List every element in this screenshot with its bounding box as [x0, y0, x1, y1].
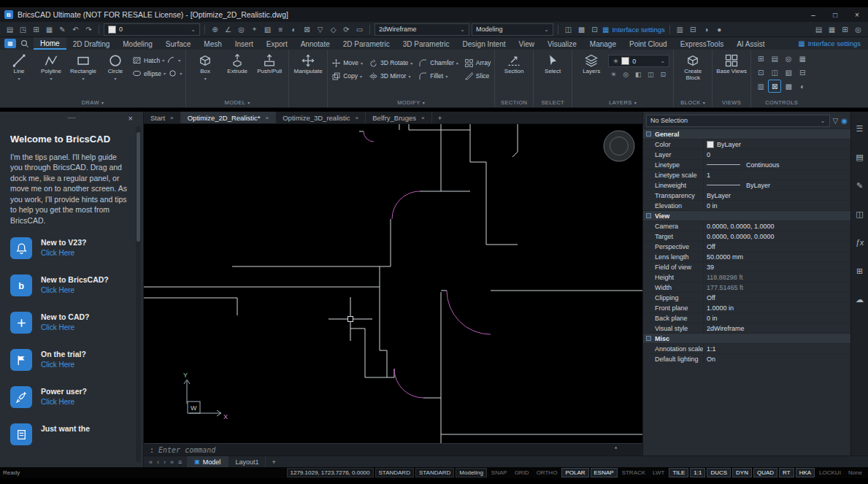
- tips-item-link[interactable]: Click Here: [41, 323, 90, 331]
- toolbar-icon[interactable]: ≡: [275, 24, 286, 35]
- properties-section-header[interactable]: View: [643, 210, 850, 220]
- toolbar-icon[interactable]: ▤: [4, 24, 15, 35]
- ribbon-tab-mesh[interactable]: Mesh: [197, 37, 228, 50]
- status-toggle-lockui[interactable]: LOCKUI: [816, 469, 844, 477]
- manipulate-button[interactable]: Manipulate: [293, 52, 323, 75]
- slice-button[interactable]: Slice: [464, 71, 491, 82]
- command-input[interactable]: Enter command: [158, 446, 215, 454]
- control-icon[interactable]: ◐: [796, 80, 809, 93]
- layer-select[interactable]: ☀ 0 ⌄: [608, 55, 669, 67]
- last-layout-button[interactable]: »: [169, 458, 175, 466]
- status-toggle-tile[interactable]: TILE: [669, 468, 688, 477]
- status-toggle-rt[interactable]: RT: [779, 468, 794, 477]
- text-style-field[interactable]: STANDARD: [375, 468, 414, 477]
- property-value[interactable]: ByLayer: [703, 180, 850, 190]
- control-icon[interactable]: ◎: [782, 52, 795, 65]
- panel-grip[interactable]: ┄┄: [68, 115, 76, 122]
- layer-on-icon[interactable]: ☀: [608, 69, 618, 80]
- visual-style-select[interactable]: 2dWireframe⌄: [375, 23, 469, 36]
- property-value[interactable]: Off: [703, 242, 850, 251]
- wall-segment[interactable]: [512, 152, 518, 157]
- copy-button[interactable]: Copy▾: [331, 71, 363, 82]
- layout1-tab[interactable]: Layout1: [228, 456, 266, 467]
- document-tab[interactable]: Optimize_3D_realistic×: [276, 112, 366, 123]
- control-icon[interactable]: ⊠: [768, 80, 781, 93]
- property-value[interactable]: 50.0000 mm: [703, 252, 850, 261]
- document-tab[interactable]: Start×: [144, 112, 181, 123]
- document-tab[interactable]: Belfry_Bruges×: [366, 112, 431, 123]
- interface-settings-link[interactable]: ▦ Interface settings: [798, 39, 861, 47]
- ribbon-tab-manage[interactable]: Manage: [583, 37, 623, 50]
- control-icon[interactable]: ⊡: [754, 66, 767, 79]
- toolbar-icon[interactable]: ⊠: [302, 24, 312, 35]
- panel-label-section[interactable]: SECTION: [495, 98, 533, 107]
- layers-button[interactable]: Layers: [576, 52, 607, 75]
- ribbon-tab-modeling[interactable]: Modeling: [116, 37, 159, 50]
- tips-item[interactable]: bNew to BricsCAD?Click Here: [10, 274, 127, 296]
- model-tab[interactable]: ▣ Model: [187, 456, 228, 467]
- maximize-button[interactable]: □: [824, 7, 846, 22]
- box-button[interactable]: Box▾: [190, 52, 220, 81]
- property-value[interactable]: 0.0000, 0.0000, 0.0000: [703, 231, 850, 241]
- rectangle-button[interactable]: Rectangle▾: [68, 52, 99, 81]
- section-collapse-icon[interactable]: [646, 336, 651, 341]
- layer-combo[interactable]: 0⌄: [104, 23, 200, 36]
- control-icon[interactable]: ▥: [754, 80, 767, 93]
- panel-label-draw[interactable]: DRAW▾: [0, 98, 185, 107]
- mirror-3d-button[interactable]: 3D Mirror▾: [369, 71, 412, 82]
- toolbar-icon[interactable]: ▧: [262, 24, 273, 35]
- ribbon-tab-view[interactable]: View: [512, 37, 542, 50]
- control-icon[interactable]: ▦: [796, 52, 809, 65]
- toolbar-icon[interactable]: ⊞: [840, 24, 850, 35]
- layout-list-icon[interactable]: ≡: [177, 458, 183, 466]
- rotate-3d-button[interactable]: 3D Rotate▾: [369, 58, 412, 69]
- tips-panel-header[interactable]: ┄┄ ×: [0, 112, 143, 125]
- panel-label-views[interactable]: VIEWS: [713, 98, 750, 107]
- property-value[interactable]: Continuous: [703, 160, 850, 169]
- status-toggle-grid[interactable]: GRID: [512, 469, 532, 477]
- control-icon[interactable]: ⊞: [754, 52, 767, 65]
- property-value[interactable]: 1: [703, 170, 850, 180]
- toolbar-icon[interactable]: ▽: [315, 24, 326, 35]
- properties-panel-icon[interactable]: ▤: [853, 150, 867, 164]
- property-value[interactable]: Off: [703, 293, 850, 302]
- layer-freeze-icon[interactable]: ◎: [621, 69, 631, 80]
- interface-settings-link[interactable]: ▦Interface settings: [602, 26, 665, 34]
- create-block-button[interactable]: Create Block: [677, 52, 708, 82]
- panel-label-layers[interactable]: LAYERS▾: [572, 98, 673, 107]
- tab-close-icon[interactable]: ×: [356, 115, 359, 121]
- status-toggle-lwt[interactable]: LWT: [650, 469, 667, 477]
- property-value[interactable]: 118.88298 ft: [703, 272, 850, 282]
- status-toggle-snap[interactable]: SNAP: [488, 469, 510, 477]
- status-toggle-1-1[interactable]: 1:1: [690, 468, 705, 477]
- command-history-toggle-icon[interactable]: ▴: [614, 444, 618, 450]
- tab-close-icon[interactable]: ×: [266, 115, 269, 121]
- document-tab[interactable]: Optimize_2D_Realistic*×: [181, 112, 276, 123]
- panel-label-model[interactable]: MODEL▾: [186, 98, 288, 107]
- status-toggle-ortho[interactable]: ORTHO: [534, 469, 561, 477]
- first-layout-button[interactable]: «: [147, 458, 154, 466]
- toolbar-icon[interactable]: ▦: [826, 24, 837, 35]
- tips-item-link[interactable]: Click Here: [41, 398, 87, 406]
- status-toggle-polar[interactable]: POLAR: [561, 468, 588, 477]
- ribbon-tab-annotate[interactable]: Annotate: [294, 37, 337, 50]
- status-toggle-hka[interactable]: HKA: [796, 468, 815, 477]
- toolbar-icon[interactable]: ◳: [18, 24, 28, 35]
- layer-lock-icon[interactable]: ◧: [633, 69, 643, 80]
- toolbar-icon[interactable]: ⌖: [249, 24, 260, 35]
- door-swing-arc[interactable]: [447, 291, 491, 334]
- tips-scrollbar[interactable]: [136, 126, 141, 462]
- ribbon-tab-ai-assist[interactable]: AI Assist: [730, 37, 771, 50]
- property-value[interactable]: 1:1: [703, 344, 850, 353]
- toolbar-icon[interactable]: ↷: [83, 24, 94, 35]
- app-menu-icon[interactable]: ▦: [4, 39, 16, 48]
- minimize-button[interactable]: –: [802, 7, 824, 22]
- status-toggle-esnap[interactable]: ESNAP: [591, 468, 618, 477]
- properties-section-header[interactable]: General: [643, 128, 850, 139]
- status-toggle-none[interactable]: None: [845, 469, 865, 477]
- tips-item-link[interactable]: Click Here: [41, 249, 86, 257]
- chamfer-button[interactable]: Chamfer▾: [418, 58, 458, 69]
- ribbon-tab-export[interactable]: Export: [260, 37, 294, 50]
- tab-close-icon[interactable]: ×: [421, 115, 425, 121]
- status-toggle-strack[interactable]: STRACK: [619, 469, 648, 477]
